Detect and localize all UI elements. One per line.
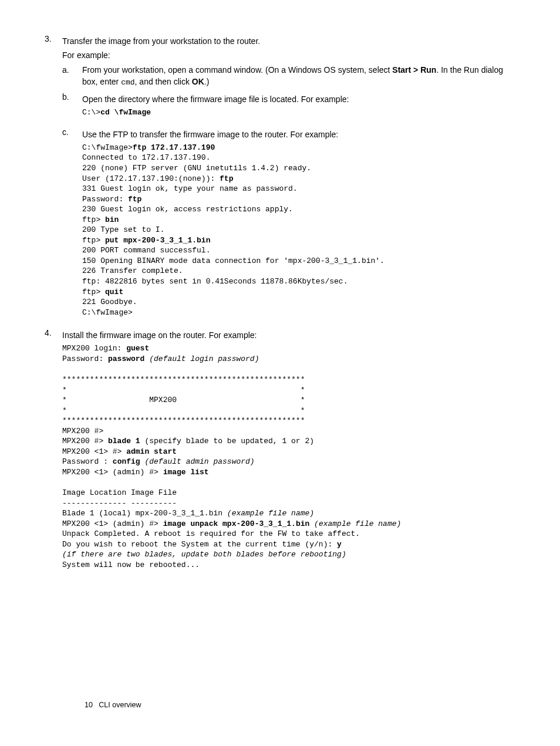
code: ****************************************… — [62, 375, 305, 384]
code: MPX200 login: — [62, 344, 126, 353]
code: ftp> — [82, 215, 105, 224]
code-bold: cd \fwImage — [100, 108, 151, 117]
code-italic: (default login password) — [144, 355, 259, 363]
page-number: 10 — [85, 701, 93, 709]
code-bold: y — [337, 540, 342, 549]
sub-letter: a. — [62, 64, 82, 89]
code-bold: image list — [163, 468, 209, 477]
step-3-text: Transfer the image from your workstation… — [62, 35, 518, 47]
code-bold: quit — [105, 288, 123, 296]
code: Do you wish to reboot the System at the … — [62, 540, 337, 549]
code: MPX200 #> — [62, 437, 108, 445]
code-bold: ftp — [220, 174, 233, 183]
code: C:\fwImage> — [82, 143, 133, 152]
code: (specify blade to be updated, 1 or 2) — [140, 437, 314, 445]
code: MPX200 <1> (admin) #> — [62, 519, 163, 528]
code-italic: (default admin password) — [140, 457, 255, 466]
section-title: CLI overview — [99, 701, 141, 709]
sub-letter: c. — [62, 126, 82, 324]
code: MPX200 <1> (admin) #> — [62, 468, 163, 477]
code: Connected to 172.17.137.190. — [82, 153, 210, 162]
code: System will now be rebooted... — [62, 561, 200, 569]
code-italic: (example file name) — [227, 509, 314, 518]
step-3a: a. From your workstation, open a command… — [62, 64, 518, 89]
step-number: 4. — [42, 327, 62, 576]
code: 226 Transfer complete. — [82, 266, 183, 275]
code: 221 Goodbye. — [82, 298, 137, 306]
code: Image Location Image File — [62, 488, 177, 497]
code: * * — [62, 406, 305, 415]
code-bold: password — [108, 355, 144, 363]
code-bold: config — [113, 457, 140, 466]
step-4: 4. Install the firmware image on the rou… — [42, 327, 518, 576]
step-number: 3. — [42, 33, 62, 323]
code: ftp> — [82, 236, 105, 245]
code-block: C:\fwImage>ftp 172.17.137.190 Connected … — [82, 143, 518, 318]
sub-letter: b. — [62, 91, 82, 124]
step-4-text: Install the firmware image on the router… — [62, 329, 518, 341]
text: From your workstation, open a command wi… — [82, 65, 392, 75]
step-3: 3. Transfer the image from your workstat… — [42, 33, 518, 323]
code: * * — [62, 386, 305, 394]
code-bold: image unpack mpx-200-3_3_1_1.bin — [163, 519, 310, 528]
code-bold: ftp 172.17.137.190 — [133, 143, 215, 152]
code: * MPX200 * — [62, 396, 305, 404]
code: C:\fwImage> — [82, 308, 133, 317]
step-3-eg: For example: — [62, 49, 518, 61]
code: Blade 1 (local) mpx-200-3_3_1_1.bin — [62, 509, 227, 518]
code-block: MPX200 login: guest Password: password (… — [62, 343, 518, 570]
bold-text: Start > Run — [392, 65, 436, 75]
inline-code: cmd — [121, 78, 134, 87]
text: , and then click — [135, 77, 192, 86]
step-3b: b. Open the directory where the firmware… — [62, 91, 518, 124]
code-bold: bin — [105, 215, 119, 224]
code: -------------- ---------- — [62, 499, 177, 508]
code: 220 (none) FTP server (GNU inetutils 1.4… — [82, 164, 311, 173]
code-bold: ftp — [128, 195, 141, 204]
code-bold: blade 1 — [108, 437, 140, 445]
step-3c: c. Use the FTP to transfer the firmware … — [62, 126, 518, 324]
code: 230 Guest login ok, access restrictions … — [82, 205, 293, 214]
code: Password : — [62, 457, 113, 466]
page-footer: 10 CLI overview — [85, 700, 141, 710]
code: 150 Opening BINARY mode data connection … — [82, 256, 384, 265]
code: 331 Guest login ok, type your name as pa… — [82, 184, 298, 193]
code: Unpack Completed. A reboot is required f… — [62, 529, 360, 538]
code: Password: — [62, 355, 108, 363]
code-bold: admin start — [126, 447, 177, 456]
code-block: C:\>cd \fwImage — [82, 107, 518, 118]
code: ftp: 4822816 bytes sent in 0.41Seconds 1… — [82, 277, 348, 286]
code: C:\> — [82, 108, 100, 117]
bold-text: OK — [192, 77, 204, 86]
code: Password: — [82, 195, 128, 204]
text: .) — [204, 77, 210, 86]
code: MPX200 #> — [62, 427, 103, 436]
code-bold: put mpx-200-3_3_1_1.bin — [105, 236, 210, 245]
code: User (172.17.137.190:(none)): — [82, 174, 220, 183]
code: ****************************************… — [62, 416, 305, 425]
code-bold: guest — [126, 344, 149, 353]
code-italic: (if there are two blades, update both bl… — [62, 550, 346, 559]
code: 200 PORT command successful. — [82, 246, 210, 255]
step-3a-body: From your workstation, open a command wi… — [82, 64, 518, 89]
code: MPX200 <1> #> — [62, 447, 126, 456]
step-3c-text: Use the FTP to transfer the firmware ima… — [82, 129, 518, 140]
step-3b-text: Open the directory where the firmware im… — [82, 93, 518, 105]
code: 200 Type set to I. — [82, 225, 164, 234]
code-italic: (example file name) — [309, 519, 401, 528]
code: ftp> — [82, 288, 105, 296]
